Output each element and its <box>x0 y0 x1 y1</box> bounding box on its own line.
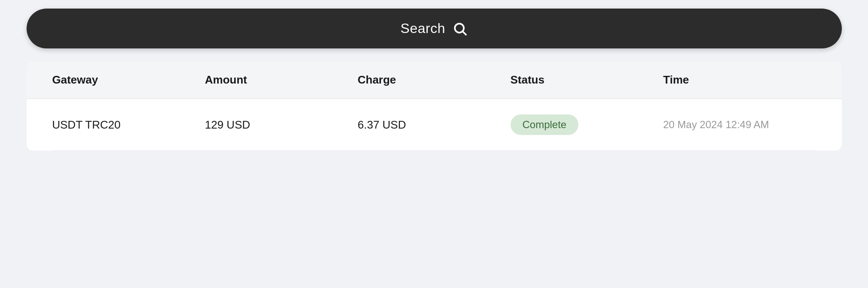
column-header-gateway: Gateway <box>52 73 205 87</box>
cell-time: 20 May 2024 12:49 AM <box>663 119 816 131</box>
column-header-amount: Amount <box>205 73 358 87</box>
cell-gateway: USDT TRC20 <box>52 118 205 132</box>
transactions-table: Gateway Amount Charge Status Time USDT T… <box>27 61 842 151</box>
column-header-status: Status <box>511 73 663 87</box>
table-header: Gateway Amount Charge Status Time <box>27 61 842 99</box>
table-row: USDT TRC20 129 USD 6.37 USD Complete 20 … <box>27 99 842 150</box>
search-icon <box>452 21 468 36</box>
column-header-charge: Charge <box>358 73 511 87</box>
table-divider <box>52 150 816 151</box>
column-header-time: Time <box>663 73 816 87</box>
search-label: Search <box>400 21 445 36</box>
status-badge: Complete <box>511 114 579 135</box>
svg-line-1 <box>463 31 466 35</box>
svg-point-0 <box>455 24 464 33</box>
cell-status: Complete <box>511 114 663 135</box>
search-bar[interactable]: Search <box>27 9 842 48</box>
cell-charge: 6.37 USD <box>358 118 511 132</box>
cell-amount: 129 USD <box>205 118 358 132</box>
search-container: Search <box>27 9 842 48</box>
